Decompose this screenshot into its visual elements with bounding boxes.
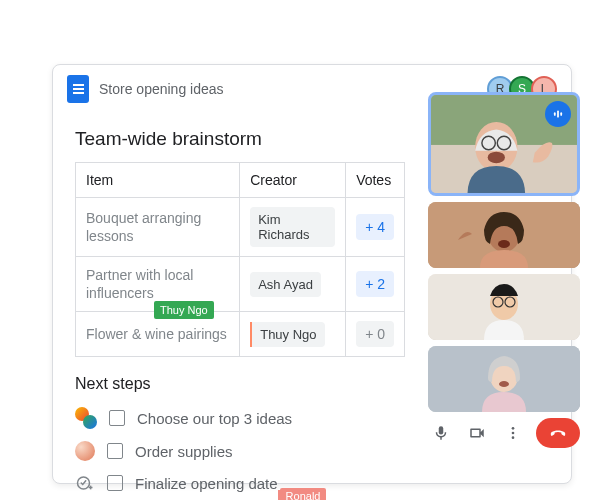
table-row: Partner with local influencers Thuy Ngo …: [76, 257, 405, 312]
cell-item[interactable]: Partner with local influencers Thuy Ngo: [76, 257, 240, 312]
collab-cursor-tag: Ronald Das: [280, 488, 327, 500]
meet-video-panel: [428, 92, 580, 448]
svg-rect-11: [560, 112, 562, 116]
video-tile[interactable]: [428, 346, 580, 412]
speaking-indicator-icon: [545, 101, 571, 127]
svg-rect-9: [554, 112, 556, 116]
table-header-row: Item Creator Votes: [76, 163, 405, 198]
assignee-avatar[interactable]: [75, 441, 95, 461]
add-task-icon[interactable]: [75, 473, 95, 493]
brainstorm-table: Item Creator Votes Bouquet arranging les…: [75, 162, 405, 357]
svg-rect-10: [557, 111, 559, 118]
table-row: Bouquet arranging lessons Kim Richards +…: [76, 198, 405, 257]
participant-video: [428, 202, 580, 268]
creator-chip[interactable]: Thuy Ngo: [250, 322, 324, 347]
google-docs-icon: [67, 75, 89, 103]
table-row: Flower & wine pairings Thuy Ngo + 0: [76, 312, 405, 357]
task-label[interactable]: Choose our top 3 ideas: [137, 410, 292, 427]
cell-votes: + 4: [346, 198, 405, 257]
vote-chip[interactable]: + 0: [356, 321, 394, 347]
mic-icon[interactable]: [428, 420, 454, 446]
svg-point-24: [512, 436, 515, 439]
task-checkbox[interactable]: [109, 410, 125, 426]
svg-point-22: [512, 427, 515, 430]
participant-video: [428, 274, 580, 340]
assignee-avatar-pair[interactable]: [75, 407, 97, 429]
col-votes[interactable]: Votes: [346, 163, 405, 198]
col-creator[interactable]: Creator: [240, 163, 346, 198]
task-checkbox[interactable]: [107, 475, 123, 491]
creator-chip[interactable]: Ash Ayad: [250, 272, 321, 297]
vote-chip[interactable]: + 2: [356, 271, 394, 297]
end-call-button[interactable]: [536, 418, 580, 448]
task-label[interactable]: Order supplies: [135, 443, 233, 460]
meet-controls: [428, 418, 580, 448]
creator-chip[interactable]: Kim Richards: [250, 207, 335, 247]
svg-point-14: [498, 240, 510, 248]
collab-cursor-tag: Thuy Ngo: [154, 301, 214, 319]
cell-item[interactable]: Bouquet arranging lessons: [76, 198, 240, 257]
vote-chip[interactable]: + 4: [356, 214, 394, 240]
svg-point-23: [512, 432, 515, 435]
video-tile[interactable]: [428, 274, 580, 340]
task-label[interactable]: Finalize opening dateRonald Das: [135, 475, 278, 492]
col-item[interactable]: Item: [76, 163, 240, 198]
video-tile[interactable]: [428, 202, 580, 268]
cell-creator: Ash Ayad: [240, 257, 346, 312]
cell-creator: Kim Richards: [240, 198, 346, 257]
cell-creator: Thuy Ngo: [240, 312, 346, 357]
svg-point-21: [499, 381, 509, 387]
task-checkbox[interactable]: [107, 443, 123, 459]
svg-point-8: [488, 152, 505, 164]
participant-video: [428, 346, 580, 412]
cell-votes: + 0: [346, 312, 405, 357]
more-icon[interactable]: [500, 420, 526, 446]
cell-votes: + 2: [346, 257, 405, 312]
task-row: Finalize opening dateRonald Das: [75, 467, 549, 499]
video-tile-primary[interactable]: [428, 92, 580, 196]
camera-icon[interactable]: [464, 420, 490, 446]
